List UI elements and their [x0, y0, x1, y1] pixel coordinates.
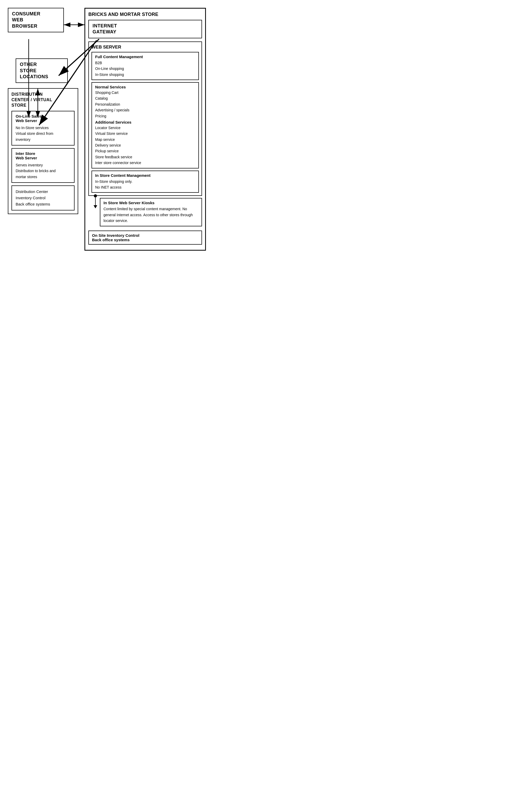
internet-gateway-title: INTERNET GATEWAY	[93, 23, 198, 35]
full-content-item-1: On-Line shopping	[95, 66, 195, 71]
isc-item-1: No INET access	[95, 184, 195, 190]
inter-store-items: Serves inventory Distribution to bricks …	[16, 162, 70, 180]
left-column: CONSUMER WEB BROWSER OTHER STORE LOCATIO…	[8, 8, 78, 214]
kiosks-section: In Store Web Server Kiosks Content limit…	[88, 196, 202, 228]
full-content-item-2: In-Store shopping	[95, 72, 195, 77]
in-store-kiosks-box: In Store Web Server Kiosks Content limit…	[100, 198, 202, 226]
ns-item-4: Pricing	[95, 113, 195, 119]
as-item-1: Virtual Store service	[95, 131, 195, 136]
dist-center-title: Distribution Center Inventory Control Ba…	[16, 188, 70, 207]
dist-center-box: Distribution Center Inventory Control Ba…	[12, 185, 75, 210]
connector-dot-top	[94, 194, 97, 198]
isc-item-0: In-Store shopping only.	[95, 179, 195, 184]
ns-item-1: Catalog	[95, 95, 195, 101]
online-sales-items: No In-Store services Virtual store direc…	[16, 125, 70, 142]
diagram: CONSUMER WEB BROWSER OTHER STORE LOCATIO…	[8, 8, 206, 251]
other-store-box: OTHER STORE LOCATIONS	[16, 58, 68, 83]
full-content-title: Full Content Management	[95, 55, 195, 59]
full-content-box: Full Content Management B2B On-Line shop…	[92, 52, 199, 80]
bricks-store-title: BRICKS AND MORTAR STORE	[88, 12, 202, 17]
inter-store-item-0: Serves inventory	[16, 162, 70, 168]
in-store-kiosks-desc: Content limited by special content manag…	[103, 206, 198, 223]
as-item-5: Store feedback service	[95, 154, 195, 160]
on-site-inventory-title: On Site Inventory Control Back office sy…	[92, 233, 198, 242]
web-server-title: WEB SERVER	[92, 44, 199, 50]
as-item-3: Delivery service	[95, 142, 195, 148]
on-site-inventory-box: On Site Inventory Control Back office sy…	[88, 231, 202, 245]
dist-virtual-title: DISTRIBUTION CENTER / VIRTUAL STORE	[12, 92, 75, 108]
online-sales-title: On-Line Sales Web Server	[16, 114, 70, 123]
in-store-content-title: In Store Content Management	[95, 173, 195, 178]
online-sales-item-1: Virtual store direct frominventory	[16, 131, 70, 142]
online-sales-box: On-Line Sales Web Server No In-Store ser…	[12, 111, 75, 146]
internet-gateway-box: INTERNET GATEWAY	[88, 20, 202, 38]
ns-item-0: Shopping Cart	[95, 90, 195, 95]
consumer-browser-box: CONSUMER WEB BROWSER	[8, 8, 64, 32]
consumer-browser-title: CONSUMER WEB BROWSER	[12, 11, 60, 29]
connector-line	[95, 198, 96, 205]
ns-item-3: Advertising / specials	[95, 107, 195, 113]
dist-virtual-outer-box: DISTRIBUTION CENTER / VIRTUAL STORE On-L…	[8, 88, 78, 214]
normal-services-title: Normal Services	[95, 85, 195, 89]
additional-services-title: Additional Services	[95, 120, 195, 124]
in-store-kiosks-title: In Store Web Server Kiosks	[103, 201, 198, 205]
as-item-2: Map service	[95, 137, 195, 142]
arrow-down	[94, 205, 97, 208]
in-store-content-box: In Store Content Management In-Store sho…	[92, 170, 199, 193]
as-item-6: Inter store connector service	[95, 160, 195, 166]
inter-store-item-1: Distribution to bricks andmortar stores	[16, 168, 70, 180]
other-store-title: OTHER STORE LOCATIONS	[20, 61, 63, 80]
full-content-item-0: B2B	[95, 60, 195, 66]
inter-store-box: Inter Store Web Server Serves inventory …	[12, 148, 75, 183]
ns-item-2: Personalization	[95, 102, 195, 107]
services-box: Normal Services Shopping Cart Catalog Pe…	[92, 82, 199, 168]
bricks-mortar-store: BRICKS AND MORTAR STORE INTERNET GATEWAY…	[84, 8, 206, 251]
inter-store-title: Inter Store Web Server	[16, 151, 70, 160]
arrows-spacer	[8, 32, 78, 58]
web-server-outer: WEB SERVER Full Content Management B2B O…	[88, 41, 202, 196]
online-sales-item-0: No In-Store services	[16, 125, 70, 131]
as-item-0: Locator Service	[95, 125, 195, 131]
as-item-4: Pickup service	[95, 148, 195, 154]
